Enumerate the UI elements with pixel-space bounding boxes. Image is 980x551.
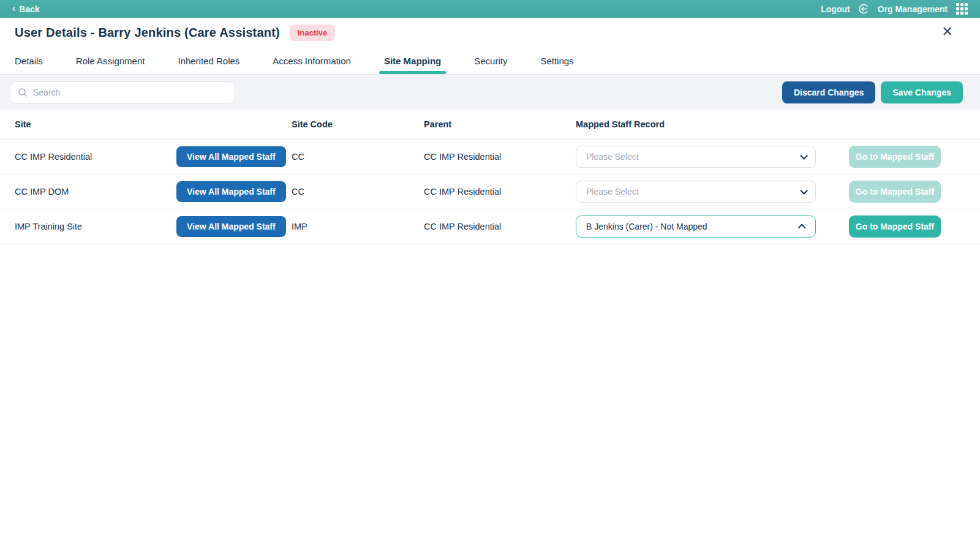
table-row: IMP Training Site View All Mapped Staff … — [0, 209, 980, 244]
column-header-mapped-staff-record: Mapped Staff Record — [576, 119, 826, 129]
logout-button[interactable]: Logout — [821, 4, 850, 14]
site-code: IMP — [292, 222, 424, 231]
tab-access-information[interactable]: Access Information — [273, 48, 351, 74]
table-row: CC IMP Residential View All Mapped Staff… — [0, 140, 980, 174]
save-changes-button[interactable]: Save Changes — [881, 81, 963, 103]
site-mapping-table: Site Site Code Parent Mapped Staff Recor… — [0, 110, 980, 244]
logout-icon[interactable] — [859, 4, 869, 14]
table-header-row: Site Site Code Parent Mapped Staff Recor… — [0, 110, 980, 140]
page-header: User Details - Barry Jenkins (Care Assis… — [0, 18, 980, 48]
status-badge: Inactive — [290, 24, 335, 41]
toolbar: Discard Changes Save Changes — [0, 75, 980, 110]
tab-security[interactable]: Security — [474, 48, 507, 74]
mapped-staff-select-value: Please Select — [586, 152, 639, 162]
close-icon[interactable]: ✕ — [942, 25, 953, 39]
chevron-up-icon — [798, 223, 806, 231]
tab-settings[interactable]: Settings — [540, 48, 573, 74]
go-to-mapped-staff-button: Go to Mapped Staff — [849, 181, 941, 203]
site-name: CC IMP DOM — [15, 187, 176, 197]
site-name: IMP Training Site — [15, 222, 176, 231]
tab-details[interactable]: Details — [15, 48, 43, 74]
mapped-staff-select-value: Please Select — [586, 187, 639, 197]
mapped-staff-select[interactable]: Please Select — [576, 146, 816, 168]
org-management-link[interactable]: Org Management — [878, 4, 948, 14]
column-header-parent: Parent — [424, 119, 576, 129]
back-chevron-icon: ‹ — [12, 4, 15, 13]
site-code: CC — [292, 187, 424, 197]
go-to-mapped-staff-button: Go to Mapped Staff — [849, 146, 941, 168]
site-code: CC — [292, 152, 424, 162]
mapped-staff-select-value: B Jenkins (Carer) - Not Mapped — [586, 222, 707, 231]
column-header-site-code: Site Code — [292, 119, 424, 129]
mapped-staff-select[interactable]: Please Select — [576, 181, 816, 203]
chevron-down-icon — [800, 187, 808, 195]
back-button[interactable]: ‹ Back — [12, 4, 40, 14]
tab-site-mapping[interactable]: Site Mapping — [384, 48, 441, 74]
search-icon — [18, 88, 28, 97]
parent-site: CC IMP Residential — [424, 152, 576, 162]
topbar: ‹ Back Logout Org Management — [0, 0, 980, 18]
view-all-mapped-staff-button[interactable]: View All Mapped Staff — [176, 181, 286, 202]
go-to-mapped-staff-button[interactable]: Go to Mapped Staff — [849, 216, 941, 238]
view-all-mapped-staff-button[interactable]: View All Mapped Staff — [176, 146, 286, 167]
tab-bar: Details Role Assignment Inherited Roles … — [0, 48, 980, 75]
discard-changes-button[interactable]: Discard Changes — [782, 81, 875, 103]
tab-inherited-roles[interactable]: Inherited Roles — [178, 48, 239, 74]
chevron-down-icon — [800, 152, 808, 160]
view-all-mapped-staff-button[interactable]: View All Mapped Staff — [176, 216, 286, 237]
apps-grid-icon[interactable] — [956, 3, 968, 15]
site-search-box[interactable] — [10, 81, 235, 103]
parent-site: CC IMP Residential — [424, 222, 576, 231]
tab-role-assignment[interactable]: Role Assignment — [76, 48, 145, 74]
mapped-staff-select[interactable]: B Jenkins (Carer) - Not Mapped — [576, 216, 816, 238]
page-title: User Details - Barry Jenkins (Care Assis… — [15, 26, 280, 40]
column-header-site: Site — [15, 119, 176, 129]
site-search-input[interactable] — [33, 88, 227, 97]
back-label: Back — [19, 4, 39, 14]
parent-site: CC IMP Residential — [424, 187, 576, 197]
site-name: CC IMP Residential — [15, 152, 176, 162]
table-row: CC IMP DOM View All Mapped Staff CC CC I… — [0, 174, 980, 209]
